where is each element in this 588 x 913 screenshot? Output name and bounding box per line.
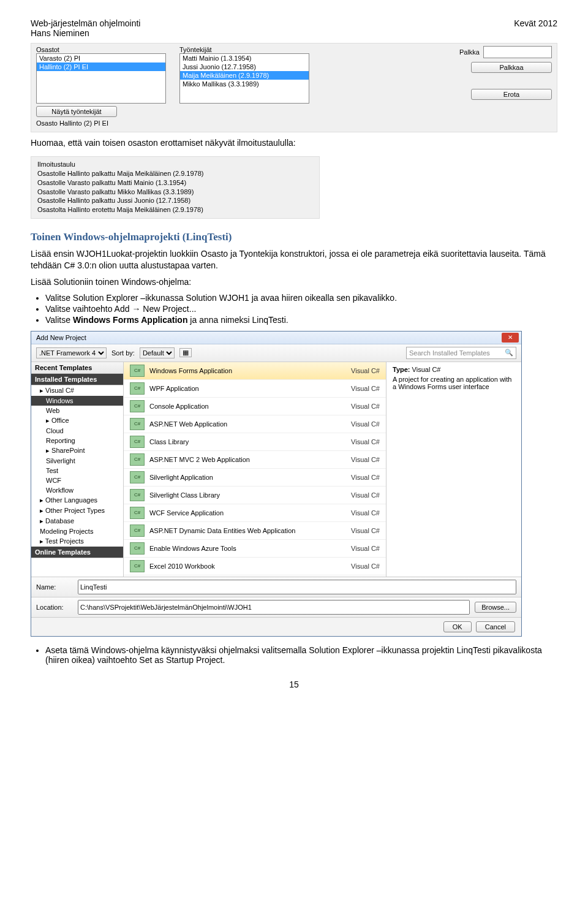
page-number: 15: [31, 680, 557, 689]
template-row[interactable]: C#WPF ApplicationVisual C#: [124, 380, 386, 398]
ok-button[interactable]: OK: [443, 621, 472, 632]
bullet: Valitse Solution Explorer –ikkunassa Sol…: [45, 293, 557, 303]
list-item: Osastolta Hallinto erotettu Maija Meikäl…: [37, 205, 313, 214]
nav-item[interactable]: Modeling Projects: [31, 526, 123, 536]
template-icon: C#: [130, 400, 145, 412]
osastot-label: Osastot: [36, 46, 171, 53]
palkkaa-button[interactable]: Palkkaa: [471, 62, 552, 73]
header-left1: Web-järjestelmän ohjelmointi: [31, 18, 140, 28]
nav-item[interactable]: Test: [31, 466, 123, 475]
add-new-project-dialog: Add New Project ✕ .NET Framework 4 Sort …: [31, 331, 522, 637]
template-icon: C#: [130, 525, 145, 537]
location-label: Location:: [36, 604, 73, 611]
tyontekijat-listbox[interactable]: Matti Mainio (1.3.1954) Jussi Juonio (12…: [179, 53, 309, 104]
search-icon: 🔍: [505, 349, 513, 357]
nav-item[interactable]: Windows: [31, 396, 123, 406]
list-item[interactable]: Maija Meikäläinen (2.9.1978): [180, 71, 309, 80]
ilmoitustaulu-panel: Ilmoitustaulu Osastolle Hallinto palkatt…: [31, 156, 320, 219]
palkka-label: Palkka: [459, 48, 480, 56]
list-item[interactable]: Mikko Mallikas (3.3.1989): [180, 80, 309, 88]
paragraph: Lisää ensin WJOH1Luokat-projektin luokki…: [31, 248, 557, 271]
paragraph: Lisää Solutioniin toinen Windows-ohjelma…: [31, 276, 557, 288]
template-row[interactable]: C#Enable Windows Azure ToolsVisual C#: [124, 540, 386, 558]
list-item: Osastolle Hallinto palkattu Jussi Juonio…: [37, 196, 313, 205]
search-input[interactable]: Search Installed Templates 🔍: [406, 347, 516, 359]
section-heading: Toinen Windows-ohjelmaprojekti (LinqTest…: [31, 231, 557, 243]
template-icon: C#: [130, 365, 145, 377]
close-icon[interactable]: ✕: [502, 333, 519, 343]
list-item: Osastolle Hallinto palkattu Maija Meikäl…: [37, 169, 313, 178]
form-panel: Osastot Varasto (2) PI Hallinto (2) PI E…: [31, 43, 557, 132]
header-left2: Hans Nieminen: [31, 28, 140, 38]
dialog-title: Add New Project: [36, 334, 86, 341]
body-text: Huomaa, että vain toisen osaston erottam…: [31, 137, 557, 149]
template-row[interactable]: C#ASP.NET Web ApplicationVisual C#: [124, 415, 386, 433]
page-header: Web-järjestelmän ohjelmointi Hans Niemin…: [31, 18, 557, 38]
sortby-select[interactable]: Default: [140, 347, 175, 358]
nav-item[interactable]: Workflow: [31, 485, 123, 495]
nayta-tyontekijat-button[interactable]: Näytä työntekijät: [36, 106, 117, 117]
template-row[interactable]: C#Windows Forms ApplicationVisual C#: [124, 362, 386, 380]
cancel-button[interactable]: Cancel: [476, 621, 515, 632]
nav-item[interactable]: ▸ Other Languages: [31, 495, 123, 506]
template-icon: C#: [130, 418, 145, 430]
nav-item[interactable]: Reporting: [31, 436, 123, 445]
name-label: Name:: [36, 583, 73, 591]
nav-item[interactable]: WCF: [31, 475, 123, 485]
bullet: Valitse Windows Forms Application ja ann…: [45, 315, 557, 325]
list-item[interactable]: Jussi Juonio (12.7.1958): [180, 63, 309, 71]
view-icon[interactable]: ▦: [179, 348, 192, 357]
template-icon: C#: [130, 382, 145, 395]
list-item: Osastolle Varasto palkattu Matti Mainio …: [37, 178, 313, 188]
template-icon: C#: [130, 542, 145, 555]
template-row[interactable]: C#Silverlight Class LibraryVisual C#: [124, 487, 386, 504]
template-nav[interactable]: Recent Templates Installed Templates ▸ V…: [31, 362, 124, 577]
bullet: Aseta tämä Windows-ohjelma käynnistyväks…: [45, 645, 557, 665]
tyontekijat-label: Työntekijät: [179, 46, 314, 53]
nav-item[interactable]: ▸ SharePoint: [31, 445, 123, 456]
list-item[interactable]: Varasto (2) PI: [37, 54, 165, 63]
nav-item[interactable]: Silverlight: [31, 456, 123, 466]
template-icon: C#: [130, 453, 145, 466]
osasto-summary: Osasto Hallinto (2) PI EI: [36, 119, 171, 127]
template-row[interactable]: C#WCF Service ApplicationVisual C#: [124, 504, 386, 522]
nav-item[interactable]: ▸ Visual C#: [31, 385, 123, 396]
template-icon: C#: [130, 507, 145, 519]
nav-item[interactable]: Web: [31, 406, 123, 415]
nav-item[interactable]: ▸ Office: [31, 415, 123, 426]
template-row[interactable]: C#ASP.NET Dynamic Data Entities Web Appl…: [124, 522, 386, 540]
info-pane: Type: Visual C# A project for creating a…: [386, 362, 521, 577]
ilmoitustaulu-title: Ilmoitustaulu: [37, 161, 313, 168]
sortby-label: Sort by:: [111, 349, 135, 357]
template-list[interactable]: C#Windows Forms ApplicationVisual C# C#W…: [124, 362, 386, 577]
browse-button[interactable]: Browse...: [475, 602, 516, 613]
osastot-listbox[interactable]: Varasto (2) PI Hallinto (2) PI EI: [36, 53, 166, 104]
list-item: Osastolle Varasto palkattu Mikko Mallika…: [37, 188, 313, 197]
nav-item[interactable]: ▸ Database: [31, 516, 123, 526]
nav-item[interactable]: ▸ Other Project Types: [31, 506, 123, 516]
framework-select[interactable]: .NET Framework 4: [36, 347, 107, 358]
template-row[interactable]: C#Console ApplicationVisual C#: [124, 398, 386, 415]
template-icon: C#: [130, 436, 145, 448]
template-icon: C#: [130, 471, 145, 483]
template-row[interactable]: C#Silverlight ApplicationVisual C#: [124, 469, 386, 487]
project-name-input[interactable]: [78, 580, 516, 594]
erota-button[interactable]: Erota: [471, 89, 552, 100]
template-icon: C#: [130, 560, 145, 572]
bullet: Valitse vaihtoehto Add → New Project...: [45, 304, 557, 314]
list-item[interactable]: Hallinto (2) PI EI: [37, 63, 165, 71]
list-item[interactable]: Matti Mainio (1.3.1954): [180, 54, 309, 63]
template-row[interactable]: C#ASP.NET MVC 2 Web ApplicationVisual C#: [124, 451, 386, 469]
palkka-input[interactable]: [483, 46, 552, 58]
project-location-input[interactable]: [78, 600, 470, 615]
template-row[interactable]: C#Excel 2010 WorkbookVisual C#: [124, 558, 386, 575]
nav-item[interactable]: Cloud: [31, 426, 123, 436]
template-row[interactable]: C#Class LibraryVisual C#: [124, 433, 386, 451]
header-right: Kevät 2012: [514, 18, 557, 38]
nav-item[interactable]: ▸ Test Projects: [31, 536, 123, 547]
template-icon: C#: [130, 489, 145, 501]
